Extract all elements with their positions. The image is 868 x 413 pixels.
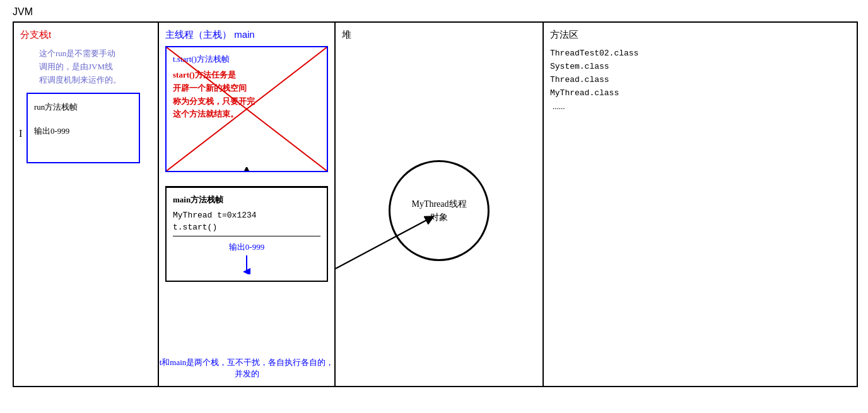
main-stack-title-en: main	[234, 29, 255, 40]
heap-content: MyThread线程 对象	[342, 41, 536, 380]
arrow-down-icon	[240, 255, 253, 274]
main-frame-title: main方法栈帧	[173, 194, 320, 206]
heap-circle: MyThread线程 对象	[389, 160, 490, 261]
jvm-container: 分支栈t 这个run是不需要手动 调用的，是由JVM线 程调度机制来运作的。 I…	[13, 21, 858, 387]
branch-note: 这个run是不需要手动 调用的，是由JVM线 程调度机制来运作的。	[39, 47, 151, 86]
branch-frame-output: 输出0-999	[34, 125, 132, 137]
start-frame: t.start()方法栈帧 start()方法任务是 开辟一个新的栈空间 称为分…	[165, 46, 328, 172]
main-frame-line1: MyThread t=0x1234	[173, 211, 320, 220]
method-item-0: ThreadTest02.class	[550, 49, 695, 58]
heap-title: 堆	[342, 29, 351, 41]
method-item-3: MyThread.class	[550, 88, 695, 98]
jvm-inner: 分支栈t 这个run是不需要手动 调用的，是由JVM线 程调度机制来运作的。 I…	[14, 23, 857, 386]
heap-circle-line1: MyThread线程	[411, 197, 466, 211]
branch-frame: I run方法栈帧 输出0-999	[26, 93, 140, 163]
main-stack-title-cn: 主线程（主栈）	[165, 29, 232, 40]
branch-stack-title: 分支栈t	[20, 29, 151, 41]
main-frame-line2: t.start()	[173, 223, 320, 232]
method-item-1: System.class	[550, 62, 695, 71]
section-method: 方法区 ThreadTest02.class System.class Thre…	[544, 23, 701, 386]
arrow-up-icon	[240, 167, 253, 172]
arrow-down-wrapper	[173, 255, 320, 274]
jvm-title: JVM	[13, 6, 855, 18]
heap-circle-line2: 对象	[430, 211, 448, 224]
bottom-note: t和main是两个栈，互不干扰，各自执行各自的，并发的	[159, 357, 334, 380]
method-area-title: 方法区	[550, 29, 695, 41]
branch-frame-title: run方法栈帧	[34, 102, 132, 113]
main-frame: main方法栈帧 MyThread t=0x1234 t.start() 输出0…	[165, 186, 328, 282]
method-item-2: Thread.class	[550, 75, 695, 84]
section-heap: 堆 MyThread线程 对象	[336, 23, 544, 386]
arrow-up-wrapper	[240, 167, 253, 172]
main-frame-divider	[173, 236, 320, 236]
start-frame-content: start()方法任务是 开辟一个新的栈空间 称为分支栈，只要开完 这个方法就结…	[173, 69, 320, 121]
start-frame-title: t.start()方法栈帧	[173, 54, 320, 65]
method-dots: ......	[553, 102, 695, 112]
branch-marker: I	[19, 128, 22, 139]
main-frame-output: 输出0-999	[173, 241, 320, 253]
section-main: 主线程（主栈） main t.start()方法栈帧 start()方法任务是 …	[159, 23, 336, 386]
main-stack-title: 主线程（主栈） main	[165, 29, 328, 41]
section-branch: 分支栈t 这个run是不需要手动 调用的，是由JVM线 程调度机制来运作的。 I…	[14, 23, 159, 386]
